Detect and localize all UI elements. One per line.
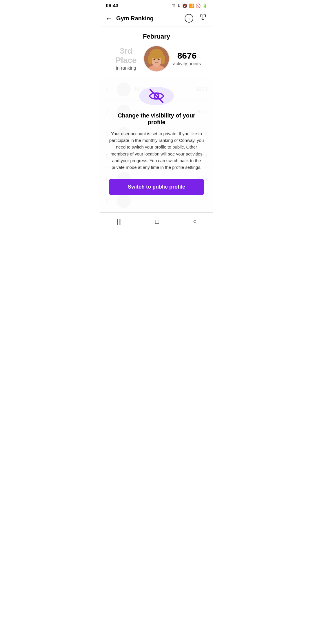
content-wrapper: 1 Kit Warmali 9223 2 Del... 9017 3 8676 … [100,78,213,212]
app-header: ← Gym Ranking i [100,10,213,26]
share-icon [199,14,206,23]
profile-row: 3rd Place in ranking [100,46,213,78]
status-time: 06:43 [106,3,118,9]
svg-point-10 [158,59,160,60]
rank-place: 3rd Place [109,46,143,65]
svg-point-9 [153,59,155,60]
svg-point-8 [161,55,165,64]
svg-point-7 [148,55,152,64]
home-button[interactable]: □ [150,216,165,227]
rank-block: 3rd Place in ranking [109,46,143,71]
modal-description: Your user account is set to private. If … [109,130,204,171]
info-icon: i [185,14,193,23]
menu-button[interactable]: ||| [111,216,128,227]
header-actions: i [184,13,208,23]
avatar-svg [144,46,169,72]
info-button[interactable]: i [184,13,194,23]
points-label: activity points [170,61,204,66]
page-title: Gym Ranking [116,15,184,22]
bottom-navigation: ||| □ < [100,212,213,230]
task-icon: ☑ [172,3,175,8]
visibility-modal: Change the visibility of your profile Yo… [100,78,213,212]
modal-title: Change the visibility of your profile [109,112,204,126]
points-block: 8676 activity points [170,51,204,66]
wifi-icon: 📶 [189,3,194,8]
visibility-icon-wrapper [139,87,174,105]
month-section: February [100,26,213,46]
avatar-image [144,46,169,71]
rank-label: in ranking [109,66,143,71]
svg-line-12 [150,90,163,102]
battery-icon: 🔋 [202,3,207,8]
back-nav-button[interactable]: < [187,216,202,227]
month-title: February [143,33,170,40]
download-icon: ⬇ [177,3,181,8]
mute-icon: 🔇 [182,3,187,8]
status-icons: ☑ ⬇ 🔇 📶 🚫 🔋 [172,3,207,8]
switch-to-public-button[interactable]: Switch to public profile [109,179,204,195]
no-icon: 🚫 [196,3,201,8]
hidden-eye-icon [147,87,166,105]
status-bar: 06:43 ☑ ⬇ 🔇 📶 🚫 🔋 [100,0,213,10]
user-avatar [143,46,170,72]
share-button[interactable] [198,13,208,23]
points-number: 8676 [170,51,204,61]
back-button[interactable]: ← [105,14,113,23]
